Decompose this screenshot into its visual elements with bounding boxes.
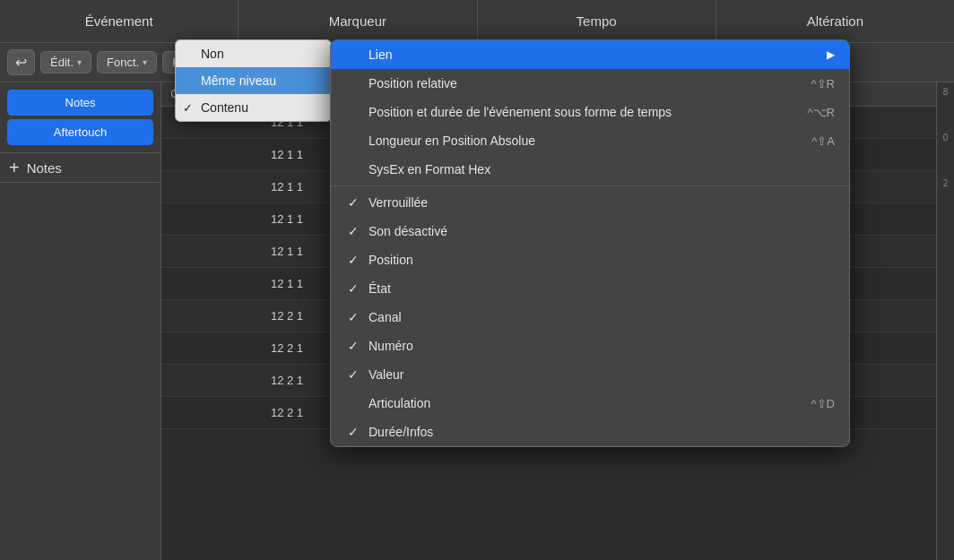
add-button[interactable]: + — [9, 159, 20, 177]
ctx-item-duree-infos[interactable]: ✓ Durée/Infos — [331, 418, 849, 446]
pos-rel-shortcut: ^⇧R — [811, 77, 836, 90]
son-check-icon: ✓ — [345, 224, 361, 238]
panel-buttons: Notes Aftertouch — [0, 82, 160, 152]
longueur-shortcut: ^⇧A — [811, 134, 835, 148]
fonct-dropdown: Non Même niveau ✓ Contenu — [175, 39, 332, 122]
duree-check-icon: ✓ — [345, 425, 361, 439]
canal-check-icon: ✓ — [345, 310, 361, 324]
fonct-item-contenu[interactable]: ✓ Contenu — [176, 94, 331, 121]
valeur-check-icon: ✓ — [345, 367, 361, 382]
context-menu: Lien ▶ Position relative ^⇧R Position et… — [330, 39, 850, 447]
fonct-label: Fonct. — [107, 56, 139, 69]
ctx-item-articulation[interactable]: Articulation ^⇧D — [331, 389, 849, 418]
position-check-icon: ✓ — [345, 253, 361, 267]
contenu-check: ✓ — [183, 101, 193, 115]
ctx-pos-rel-label: Position relative — [369, 76, 457, 90]
edit-label: Édit. — [50, 56, 74, 69]
back-button[interactable]: ↩ — [7, 49, 35, 75]
articulation-shortcut: ^⇧D — [811, 397, 836, 410]
ruler: 8 0 2 — [936, 82, 954, 560]
ctx-valeur-label: Valeur — [369, 367, 403, 382]
left-panel: Notes Aftertouch + Notes — [0, 82, 161, 560]
ctx-item-position-relative[interactable]: Position relative ^⇧R — [331, 69, 849, 98]
edit-button[interactable]: Édit. ▾ — [40, 51, 91, 73]
aftertouch-button[interactable]: Aftertouch — [7, 119, 153, 145]
edit-chevron: ▾ — [77, 57, 82, 67]
etat-check-icon: ✓ — [345, 281, 361, 296]
fonct-item-meme[interactable]: Même niveau — [176, 67, 331, 94]
ctx-divider — [331, 185, 849, 186]
tab-tempo[interactable]: Tempo — [478, 0, 716, 42]
tab-marqueur[interactable]: Marqueur — [238, 0, 477, 42]
pos-dur-shortcut: ^⌥R — [808, 106, 836, 119]
ctx-item-canal[interactable]: ✓ Canal — [331, 303, 849, 332]
numero-check-icon: ✓ — [345, 339, 361, 353]
ctx-item-lien[interactable]: Lien ▶ — [331, 40, 849, 69]
fonct-button[interactable]: Fonct. ▾ — [97, 51, 157, 73]
tab-bar: Événement Marqueur Tempo Altération — [0, 0, 954, 43]
tab-alteration[interactable]: Altération — [716, 0, 954, 42]
fonct-item-non[interactable]: Non — [176, 40, 331, 67]
ctx-item-valeur[interactable]: ✓ Valeur — [331, 360, 849, 389]
ctx-item-etat[interactable]: ✓ État — [331, 274, 849, 303]
ctx-item-verrouillee[interactable]: ✓ Verrouillée — [331, 188, 849, 217]
ruler-num-0: 0 — [943, 133, 949, 142]
ctx-item-longueur[interactable]: Longueur en Position Absolue ^⇧A — [331, 126, 849, 155]
ctx-item-numero[interactable]: ✓ Numéro — [331, 332, 849, 360]
ctx-canal-label: Canal — [369, 310, 402, 324]
ruler-num-8: 8 — [943, 87, 949, 97]
verrouillee-check-icon: ✓ — [345, 195, 361, 210]
ruler-num-2: 2 — [943, 178, 949, 188]
tab-evenement[interactable]: Événement — [0, 0, 238, 42]
ctx-sysex-label: SysEx en Format Hex — [369, 162, 490, 177]
ctx-etat-label: État — [369, 281, 391, 296]
ctx-position-label: Position — [369, 253, 413, 267]
ctx-articulation-label: Articulation — [369, 396, 430, 410]
ctx-son-label: Son désactivé — [369, 224, 447, 238]
fonct-meme-label: Même niveau — [201, 73, 276, 88]
fonct-non-label: Non — [201, 47, 224, 61]
ctx-pos-dur-label: Position et durée de l'événement sous fo… — [369, 105, 672, 119]
ctx-item-son-desactive[interactable]: ✓ Son désactivé — [331, 217, 849, 246]
fonct-chevron: ▾ — [143, 57, 147, 67]
ctx-lien-label: Lien — [369, 47, 392, 62]
ctx-item-position[interactable]: ✓ Position — [331, 246, 849, 274]
ctx-longueur-label: Longueur en Position Absolue — [369, 134, 535, 148]
fonct-contenu-label: Contenu — [201, 100, 248, 115]
add-notes-label: Notes — [27, 160, 62, 176]
ctx-duree-label: Durée/Infos — [369, 425, 433, 439]
lien-arrow-icon: ▶ — [827, 48, 835, 61]
ctx-verrouillee-label: Verrouillée — [369, 195, 428, 210]
notes-button[interactable]: Notes — [7, 90, 153, 116]
ctx-item-sysex[interactable]: SysEx en Format Hex — [331, 155, 849, 184]
ctx-item-position-duree[interactable]: Position et durée de l'événement sous fo… — [331, 98, 849, 126]
ctx-numero-label: Numéro — [369, 339, 413, 353]
add-notes-bar: + Notes — [0, 152, 160, 183]
